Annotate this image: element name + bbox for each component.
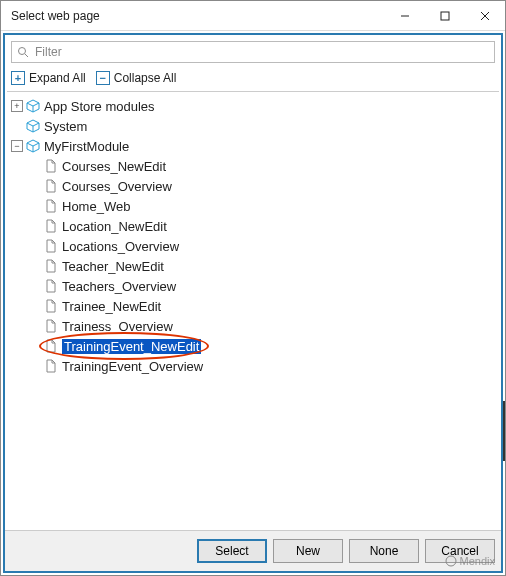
minimize-button[interactable] — [385, 1, 425, 31]
select-button[interactable]: Select — [197, 539, 267, 563]
filter-input[interactable] — [33, 44, 489, 60]
filter-wrap — [5, 35, 501, 69]
minimize-icon — [400, 11, 410, 21]
node-label: MyFirstModule — [44, 139, 129, 154]
node-label: Teachers_Overview — [62, 279, 176, 294]
expand-toggle[interactable]: + — [11, 100, 23, 112]
page-icon — [44, 199, 58, 213]
node-label: Courses_Overview — [62, 179, 172, 194]
tree-node-page[interactable]: Location_NewEdit — [7, 216, 499, 236]
collapse-all-button[interactable]: − Collapse All — [96, 71, 177, 85]
svg-line-15 — [27, 143, 33, 146]
titlebar: Select web page — [1, 1, 505, 31]
close-icon — [480, 11, 490, 21]
new-button[interactable]: New — [273, 539, 343, 563]
expand-toggle-empty — [29, 240, 41, 252]
package-icon — [26, 119, 40, 133]
package-icon — [26, 99, 40, 113]
page-icon — [44, 179, 58, 193]
node-label-selected: TrainingEvent_NewEdit — [62, 339, 201, 354]
node-label: Location_NewEdit — [62, 219, 167, 234]
page-icon — [44, 259, 58, 273]
tree-view[interactable]: + App Store modules System − — [5, 92, 501, 530]
svg-line-7 — [27, 103, 33, 106]
page-icon — [44, 239, 58, 253]
expand-toggle-empty — [29, 280, 41, 292]
toolbar: + Expand All − Collapse All — [5, 69, 501, 91]
node-label: Teacher_NewEdit — [62, 259, 164, 274]
search-icon — [17, 46, 29, 58]
maximize-button[interactable] — [425, 1, 465, 31]
footer: Select New None Cancel Mendix — [5, 530, 501, 571]
tree-node-page[interactable]: Home_Web — [7, 196, 499, 216]
expand-toggle-empty — [29, 300, 41, 312]
collapse-all-label: Collapse All — [114, 71, 177, 85]
maximize-icon — [440, 11, 450, 21]
svg-point-4 — [19, 48, 26, 55]
tree-node-page[interactable]: Teachers_Overview — [7, 276, 499, 296]
expand-all-label: Expand All — [29, 71, 86, 85]
svg-rect-1 — [441, 12, 449, 20]
page-icon — [44, 359, 58, 373]
dialog-content: + Expand All − Collapse All + App Store … — [3, 33, 503, 573]
minus-icon: − — [96, 71, 110, 85]
close-button[interactable] — [465, 1, 505, 31]
expand-toggle-empty — [29, 320, 41, 332]
expand-toggle-empty — [29, 160, 41, 172]
package-icon — [26, 139, 40, 153]
page-icon — [44, 339, 58, 353]
filter-box[interactable] — [11, 41, 495, 63]
tree-node-module[interactable]: − MyFirstModule — [7, 136, 499, 156]
page-icon — [44, 159, 58, 173]
expand-toggle-empty — [29, 180, 41, 192]
expand-toggle-empty — [11, 120, 23, 132]
node-label: Trainess_Overview — [62, 319, 173, 334]
node-label: Trainee_NewEdit — [62, 299, 161, 314]
node-label: Locations_Overview — [62, 239, 179, 254]
page-icon — [44, 219, 58, 233]
tree-node-page[interactable]: Trainess_Overview — [7, 316, 499, 336]
expand-toggle-empty — [29, 360, 41, 372]
page-icon — [44, 319, 58, 333]
window-title: Select web page — [11, 9, 385, 23]
svg-line-8 — [33, 103, 39, 106]
tree-node-appstore[interactable]: + App Store modules — [7, 96, 499, 116]
tree-node-page[interactable]: Courses_Overview — [7, 176, 499, 196]
tree-node-page[interactable]: Trainee_NewEdit — [7, 296, 499, 316]
tree-node-page[interactable]: Teacher_NewEdit — [7, 256, 499, 276]
node-label: App Store modules — [44, 99, 155, 114]
tree-node-page[interactable]: Locations_Overview — [7, 236, 499, 256]
tree-node-page[interactable]: TrainingEvent_Overview — [7, 356, 499, 376]
svg-line-11 — [27, 123, 33, 126]
tree-node-page[interactable]: Courses_NewEdit — [7, 156, 499, 176]
svg-line-16 — [33, 143, 39, 146]
node-label: Home_Web — [62, 199, 130, 214]
collapse-toggle[interactable]: − — [11, 140, 23, 152]
plus-icon: + — [11, 71, 25, 85]
svg-line-5 — [25, 54, 28, 57]
node-label: System — [44, 119, 87, 134]
expand-toggle-empty — [29, 340, 41, 352]
node-label: Courses_NewEdit — [62, 159, 166, 174]
expand-toggle-empty — [29, 260, 41, 272]
page-icon — [44, 299, 58, 313]
svg-line-12 — [33, 123, 39, 126]
node-label: TrainingEvent_Overview — [62, 359, 203, 374]
expand-all-button[interactable]: + Expand All — [11, 71, 86, 85]
tree-node-page[interactable]: TrainingEvent_NewEdit — [7, 336, 499, 356]
tree-node-system[interactable]: System — [7, 116, 499, 136]
page-icon — [44, 279, 58, 293]
cancel-button[interactable]: Cancel — [425, 539, 495, 563]
expand-toggle-empty — [29, 200, 41, 212]
expand-toggle-empty — [29, 220, 41, 232]
none-button[interactable]: None — [349, 539, 419, 563]
